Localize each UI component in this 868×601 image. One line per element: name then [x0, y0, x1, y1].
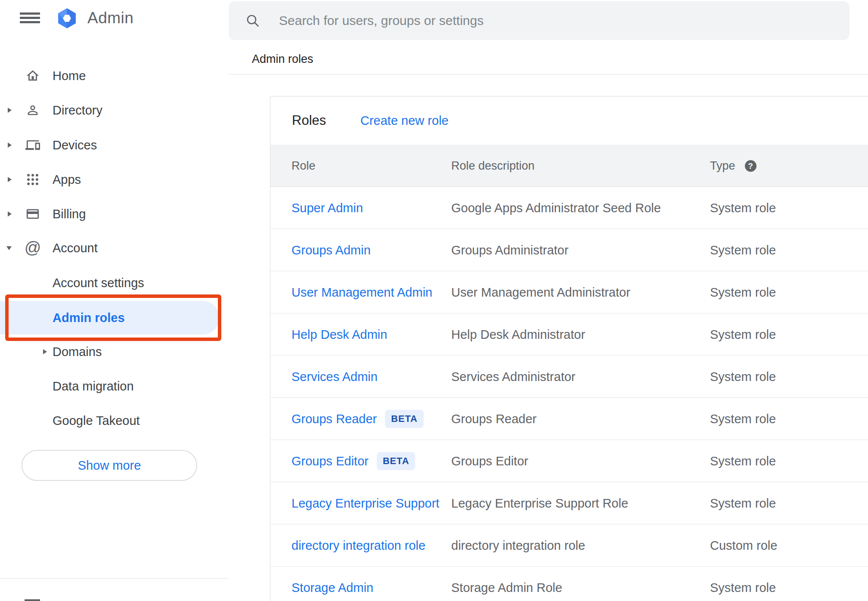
- menu-icon[interactable]: [20, 12, 40, 23]
- role-type: System role: [710, 398, 776, 440]
- sidebar-item-account-settings[interactable]: Account settings: [0, 269, 228, 297]
- role-link[interactable]: Super Admin: [291, 201, 363, 215]
- role-type: System role: [710, 440, 776, 482]
- column-header-role: Role: [291, 145, 316, 187]
- expand-caret-icon[interactable]: [8, 177, 12, 182]
- help-icon[interactable]: ?: [745, 160, 756, 172]
- column-header-description: Role description: [451, 145, 535, 187]
- expand-caret-icon[interactable]: [8, 211, 12, 217]
- table-row: Help Desk Admin Help Desk Administrator …: [270, 313, 868, 356]
- expand-caret-icon[interactable]: [8, 143, 12, 148]
- role-link[interactable]: directory integration role: [291, 539, 425, 553]
- sidebar-item-admin-roles-active[interactable]: Admin roles: [0, 301, 220, 335]
- sidebar-item-label: Directory: [53, 96, 102, 124]
- sidebar-item-label: Data migration: [53, 372, 134, 400]
- column-header-type-label: Type: [710, 145, 735, 187]
- clipped-nav-icon: [25, 599, 40, 601]
- sidebar-item-label: Apps: [53, 166, 81, 193]
- table-row: Legacy Enterprise Support Legacy Enterpr…: [270, 482, 868, 524]
- role-link[interactable]: Storage Admin: [291, 581, 373, 595]
- role-type: System role: [710, 187, 776, 229]
- role-link[interactable]: User Management Admin: [291, 285, 432, 300]
- role-type: System role: [710, 229, 776, 271]
- role-link[interactable]: Help Desk Admin: [291, 328, 387, 342]
- collapse-caret-icon[interactable]: [6, 246, 12, 250]
- admin-logo: Admin: [56, 7, 133, 29]
- sidebar-item-domains[interactable]: Domains: [0, 338, 228, 366]
- role-link[interactable]: Services Admin: [291, 370, 378, 384]
- role-link[interactable]: Legacy Enterprise Support: [291, 496, 439, 511]
- role-description: Groups Reader: [451, 398, 536, 440]
- beta-badge: BETA: [377, 452, 415, 470]
- sidebar-item-google-takeout[interactable]: Google Takeout: [0, 407, 228, 434]
- table-row: User Management Admin User Management Ad…: [270, 271, 868, 313]
- role-link[interactable]: Groups Reader: [291, 412, 377, 426]
- role-description: Google Apps Administrator Seed Role: [451, 187, 661, 229]
- table-row: Super Admin Google Apps Administrator Se…: [270, 187, 868, 229]
- at-icon: @: [24, 234, 41, 262]
- sidebar-item-billing[interactable]: Billing: [0, 200, 228, 228]
- expand-caret-icon[interactable]: [43, 349, 47, 354]
- role-type: System role: [710, 356, 776, 398]
- sidebar-item-label: Billing: [53, 200, 86, 228]
- sidebar-item-label: Devices: [53, 131, 97, 159]
- role-description: directory integration role: [451, 524, 585, 567]
- sidebar-item-label: Account: [53, 234, 98, 262]
- admin-hexagon-icon: [56, 7, 78, 30]
- header-divider: [228, 74, 868, 74]
- sidebar-item-apps[interactable]: Apps: [0, 166, 228, 193]
- roles-panel: Roles Create new role Role Role descript…: [270, 96, 868, 601]
- search-input[interactable]: Search for users, groups or settings: [229, 1, 849, 40]
- create-new-role-link[interactable]: Create new role: [360, 96, 449, 145]
- role-description: Groups Administrator: [451, 229, 568, 271]
- sidebar-item-label: Domains: [53, 338, 102, 366]
- home-icon: [25, 68, 40, 83]
- role-type: System role: [710, 271, 776, 313]
- role-description: User Management Administrator: [451, 271, 630, 313]
- role-description: Services Administrator: [451, 356, 576, 398]
- roles-panel-header: Roles Create new role: [270, 96, 868, 145]
- column-header-type: Type ?: [710, 145, 756, 187]
- expand-caret-icon[interactable]: [8, 108, 12, 113]
- table-row: Groups Editor BETA Groups Editor System …: [270, 440, 868, 482]
- sidebar-item-home[interactable]: Home: [0, 62, 228, 90]
- table-header-row: Role Role description Type ?: [270, 145, 868, 187]
- role-type: System role: [710, 482, 776, 524]
- sidebar: Admin Home Directory Devices Apps: [0, 0, 228, 601]
- sidebar-divider: [0, 578, 228, 579]
- role-description: Help Desk Administrator: [451, 313, 585, 356]
- table-row: Groups Admin Groups Administrator System…: [270, 229, 868, 271]
- table-row: Services Admin Services Administrator Sy…: [270, 356, 868, 398]
- sidebar-item-directory[interactable]: Directory: [0, 96, 228, 124]
- sidebar-item-label: Google Takeout: [53, 407, 140, 434]
- sidebar-item-label: Home: [53, 62, 86, 90]
- role-type: System role: [710, 313, 776, 356]
- roles-table: Super Admin Google Apps Administrator Se…: [270, 187, 868, 601]
- apps-grid-icon: [25, 172, 40, 187]
- role-link[interactable]: Groups Admin: [291, 243, 371, 257]
- sidebar-item-label: Admin roles: [53, 301, 125, 335]
- devices-icon: [25, 138, 40, 152]
- role-link[interactable]: Groups Editor: [291, 454, 369, 468]
- sidebar-item-data-migration[interactable]: Data migration: [0, 372, 228, 400]
- breadcrumb: Admin roles: [252, 53, 313, 66]
- role-type: Custom role: [710, 524, 777, 567]
- show-more-button[interactable]: Show more: [22, 450, 197, 481]
- search-placeholder: Search for users, groups or settings: [279, 13, 484, 28]
- role-description: Storage Admin Role: [451, 567, 562, 601]
- role-type: System role: [710, 567, 776, 601]
- search-icon: [245, 13, 260, 28]
- sidebar-item-account[interactable]: @ Account: [0, 234, 228, 262]
- sidebar-item-devices[interactable]: Devices: [0, 131, 228, 159]
- table-row: directory integration role directory int…: [270, 524, 868, 567]
- credit-card-icon: [25, 207, 40, 221]
- role-description: Groups Editor: [451, 440, 528, 482]
- app-title: Admin: [87, 9, 133, 27]
- role-description: Legacy Enterprise Support Role: [451, 482, 628, 524]
- sidebar-item-label: Account settings: [53, 269, 144, 297]
- table-row: Storage Admin Storage Admin Role System …: [270, 567, 868, 601]
- person-icon: [25, 103, 40, 118]
- panel-title: Roles: [292, 96, 326, 145]
- table-row: Groups Reader BETA Groups Reader System …: [270, 398, 868, 440]
- beta-badge: BETA: [385, 410, 423, 428]
